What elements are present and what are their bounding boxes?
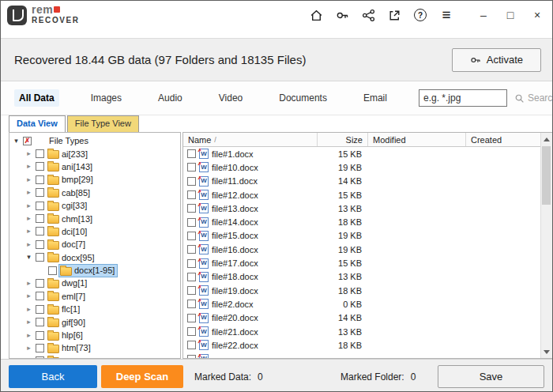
tree-item[interactable]: ▸ bmp[29] bbox=[9, 173, 180, 186]
file-checkbox[interactable] bbox=[187, 286, 196, 295]
table-row[interactable]: file#19.docx 18 KB bbox=[183, 284, 542, 297]
table-row[interactable]: file#18.docx 13 KB bbox=[183, 270, 542, 284]
expander-icon[interactable]: ▸ bbox=[24, 188, 33, 197]
file-checkbox[interactable] bbox=[187, 163, 196, 172]
tree-item[interactable]: ▸ cgi[33] bbox=[9, 199, 180, 212]
tree-checkbox[interactable] bbox=[36, 292, 44, 300]
tree-checkbox[interactable] bbox=[36, 227, 44, 236]
tab-images[interactable]: Images bbox=[86, 89, 126, 107]
column-header-name[interactable]: Name / bbox=[183, 133, 318, 146]
tab-email[interactable]: Email bbox=[359, 89, 392, 107]
close-button[interactable]: × bbox=[530, 8, 544, 22]
table-row[interactable]: file#20.docx 14 KB bbox=[183, 311, 542, 325]
tree-checkbox[interactable] bbox=[36, 240, 44, 249]
file-checkbox[interactable] bbox=[187, 259, 196, 268]
scrollbar-thumb[interactable] bbox=[542, 146, 551, 205]
tree-item[interactable]: ▸ eml[7] bbox=[9, 290, 180, 303]
expander-icon[interactable]: ▸ bbox=[24, 292, 33, 300]
maximize-button[interactable]: □ bbox=[503, 8, 517, 22]
file-checkbox[interactable] bbox=[187, 314, 196, 322]
table-row[interactable]: file#21.docx 13 KB bbox=[183, 325, 542, 338]
tree-checkbox[interactable] bbox=[36, 279, 44, 288]
external-link-icon[interactable] bbox=[387, 8, 401, 22]
tab-all-data[interactable]: All Data bbox=[14, 89, 59, 107]
tree-checkbox[interactable] bbox=[36, 149, 44, 158]
tree-item[interactable]: ▾ ✗ File Types bbox=[9, 134, 180, 147]
expander-icon[interactable]: ▸ bbox=[24, 318, 33, 326]
help-icon[interactable]: ? bbox=[413, 8, 427, 22]
tab-documents[interactable]: Documents bbox=[274, 89, 332, 107]
file-checkbox[interactable] bbox=[187, 300, 196, 308]
file-checkbox[interactable] bbox=[187, 341, 196, 349]
column-header-modified[interactable]: Modified bbox=[368, 133, 466, 146]
expander-icon[interactable]: ▸ bbox=[24, 227, 33, 236]
tree-item[interactable]: ▸ dci[10] bbox=[9, 225, 180, 238]
tree-checkbox[interactable]: ✗ bbox=[23, 137, 32, 145]
tree-item[interactable]: ▸ flc[1] bbox=[9, 303, 180, 315]
tree-checkbox[interactable] bbox=[36, 162, 44, 171]
tab-data-view[interactable]: Data View bbox=[9, 115, 66, 132]
back-button[interactable]: Back bbox=[9, 365, 97, 388]
file-checkbox[interactable] bbox=[187, 273, 196, 281]
table-row[interactable]: file#17.docx 15 KB bbox=[183, 256, 542, 270]
tree-checkbox[interactable] bbox=[36, 318, 44, 326]
tree-checkbox[interactable] bbox=[36, 188, 44, 197]
table-row[interactable]: file#10.docx 19 KB bbox=[183, 160, 542, 174]
scroll-up-button[interactable] bbox=[541, 133, 552, 145]
expander-icon[interactable]: ▾ bbox=[24, 253, 33, 262]
tree-item[interactable]: ▾ docx[95] bbox=[9, 251, 180, 264]
file-checkbox[interactable] bbox=[187, 177, 196, 186]
home-icon[interactable] bbox=[309, 8, 323, 22]
column-header-size[interactable]: Size bbox=[318, 133, 368, 146]
tree-item[interactable]: ▸ hlp[6] bbox=[9, 329, 180, 341]
table-row[interactable]: file#1.docx 15 KB bbox=[183, 147, 542, 160]
tree-checkbox[interactable] bbox=[36, 202, 44, 210]
expander-icon[interactable]: ▸ bbox=[24, 240, 33, 249]
tree-item[interactable]: ▸ ani[143] bbox=[9, 160, 180, 173]
share-icon[interactable] bbox=[361, 8, 375, 22]
file-checkbox[interactable] bbox=[187, 327, 196, 336]
file-checkbox[interactable] bbox=[187, 218, 196, 227]
table-row[interactable]: file#22.docx 18 KB bbox=[183, 338, 542, 352]
tree-item[interactable]: ▸ htm[73] bbox=[9, 341, 180, 354]
expander-icon[interactable]: ▸ bbox=[24, 214, 33, 223]
tree-item[interactable]: ▸ gif[90] bbox=[9, 315, 180, 328]
save-button[interactable]: Save bbox=[438, 365, 544, 388]
expander-icon[interactable]: ▸ bbox=[24, 175, 33, 184]
expander-icon[interactable]: ▸ bbox=[24, 331, 33, 340]
vertical-scrollbar[interactable] bbox=[540, 133, 552, 358]
file-checkbox[interactable] bbox=[187, 149, 196, 158]
tree-checkbox[interactable] bbox=[36, 331, 44, 340]
tree-item[interactable]: ▸ doc[7] bbox=[9, 238, 180, 251]
tab-file-type-view[interactable]: File Type View bbox=[67, 115, 139, 132]
column-header-created[interactable]: Created bbox=[466, 133, 542, 146]
search-button[interactable]: Search bbox=[514, 92, 553, 104]
table-row[interactable]: file#16.docx 19 KB bbox=[183, 243, 542, 256]
expander-icon[interactable]: ▸ bbox=[24, 202, 33, 210]
tree-item[interactable]: ▸ dwg[1] bbox=[9, 277, 180, 289]
tab-audio[interactable]: Audio bbox=[153, 89, 187, 107]
table-row[interactable]: file#14.docx 18 KB bbox=[183, 215, 542, 228]
expander-icon[interactable]: ▾ bbox=[12, 137, 21, 145]
activate-button[interactable]: Activate bbox=[452, 48, 541, 72]
table-row[interactable]: file#2.docx 0 KB bbox=[183, 297, 542, 311]
tree-checkbox[interactable] bbox=[48, 266, 57, 275]
expander-icon[interactable]: ▸ bbox=[24, 305, 33, 314]
file-checkbox[interactable] bbox=[187, 232, 196, 240]
expander-icon[interactable]: ▸ bbox=[24, 279, 33, 288]
tree-checkbox[interactable] bbox=[36, 214, 44, 223]
table-row[interactable]: file#13.docx 13 KB bbox=[183, 202, 542, 215]
tree-checkbox[interactable] bbox=[36, 305, 44, 314]
minimize-button[interactable]: – bbox=[476, 8, 491, 22]
table-row[interactable]: file#15.docx 19 KB bbox=[183, 229, 542, 243]
tab-video[interactable]: Video bbox=[214, 89, 247, 107]
tree-checkbox[interactable] bbox=[36, 344, 44, 352]
scroll-down-button[interactable] bbox=[541, 345, 552, 358]
expander-icon[interactable]: ▸ bbox=[24, 344, 33, 352]
search-input[interactable] bbox=[419, 89, 507, 107]
tree-item[interactable]: ▸ cab[85] bbox=[9, 187, 180, 199]
tree-item[interactable]: ▸ chm[13] bbox=[9, 212, 180, 224]
tree-item[interactable]: ▸ ai[233] bbox=[9, 147, 180, 160]
table-row[interactable]: file#11.docx 14 KB bbox=[183, 175, 542, 188]
file-checkbox[interactable] bbox=[187, 190, 196, 199]
